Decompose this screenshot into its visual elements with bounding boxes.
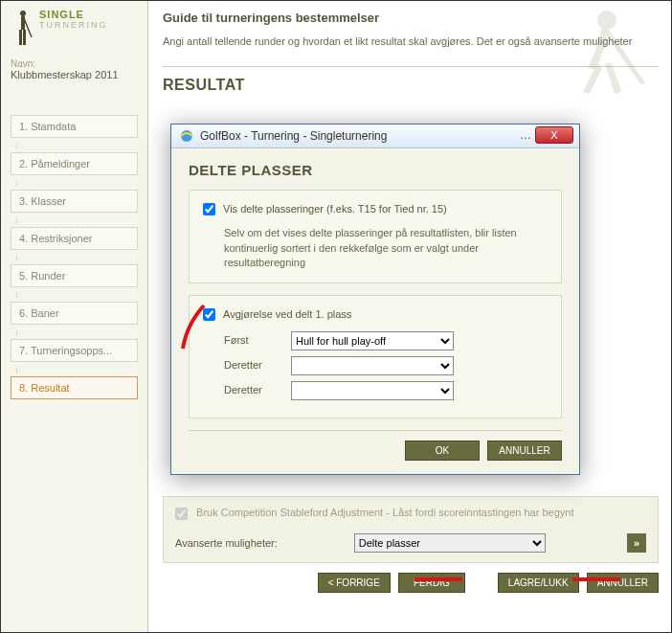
step-stamdata[interactable]: 1. Stamdata (11, 115, 138, 138)
step-arrow-icon: ↓ (11, 175, 138, 190)
golfer-logo-icon (11, 9, 34, 47)
save-close-button[interactable]: LAGRE/LUKK (498, 573, 579, 593)
page-subtitle: Angi antall tellende runder og hvordan e… (163, 34, 659, 49)
svg-rect-3 (23, 30, 26, 45)
tournament-name: Klubbmesterskap 2011 (11, 69, 138, 80)
step-arrow-icon: ↓ (11, 213, 138, 227)
first-label: Først (224, 333, 281, 348)
show-tied-note: Selv om det vises delte plasseringer på … (224, 226, 548, 270)
dialog-divider (189, 430, 562, 431)
step-baner[interactable]: 6. Baner (11, 302, 138, 325)
then2-select[interactable] (291, 381, 454, 400)
dialog-cancel-button[interactable]: ANNULLER (487, 441, 562, 461)
annotation-arrow-icon (569, 568, 636, 591)
step-restriksjoner[interactable]: 4. Restriksjoner (11, 227, 138, 250)
advanced-select[interactable]: Delte plasser (354, 533, 546, 553)
advanced-row: Avanserte muligheter: Delte plasser » (175, 533, 646, 553)
step-klasser[interactable]: 3. Klasser (11, 190, 138, 213)
step-turneringsoppsett[interactable]: 7. Turneringsopps... (11, 339, 138, 362)
sidebar: SINGLE TURNERING Navn: Klubbmesterskap 2… (1, 1, 148, 633)
dialog-heading: DELTE PLASSER (189, 162, 562, 178)
tiebreak-label: Avgjørelse ved delt 1. plass (223, 307, 351, 322)
name-label: Navn: (11, 58, 138, 69)
step-arrow-icon: ↓ (11, 250, 138, 264)
annotation-arrow-icon (175, 296, 223, 353)
tiebreak-box: Avgjørelse ved delt 1. plass Først Hull … (189, 295, 562, 418)
first-select[interactable]: Hull for hull play-off (291, 331, 454, 350)
dialog-close-button[interactable]: X (535, 126, 573, 144)
bottom-panel: Bruk Competition Stableford Adjustment -… (163, 496, 659, 563)
dialog-ok-button[interactable]: OK (405, 441, 480, 461)
svg-rect-2 (19, 30, 22, 45)
step-arrow-icon: ↓ (11, 325, 138, 339)
svg-point-6 (181, 130, 192, 142)
svg-point-0 (20, 11, 26, 16)
dialog-titlebar[interactable]: GolfBox - Turnering - Singleturnering … … (171, 124, 579, 148)
dialog-delte-plasser: GolfBox - Turnering - Singleturnering … … (170, 124, 580, 475)
show-tied-checkbox[interactable] (203, 203, 215, 215)
show-tied-box: Vis delte plasseringer (f.eks. T15 for T… (189, 190, 562, 283)
page-title: Guide til turneringens bestemmelser (163, 11, 659, 25)
stableford-checkbox (175, 508, 188, 520)
then2-label: Deretter (224, 383, 281, 397)
show-tied-label: Vis delte plasseringer (f.eks. T15 for T… (223, 202, 447, 216)
then1-label: Deretter (224, 358, 281, 373)
stableford-locked-note: - Låst fordi scoreinntastingen har begyn… (383, 507, 573, 518)
ie-icon (179, 128, 194, 144)
step-arrow-icon: ↓ (11, 287, 138, 302)
step-arrow-icon: ↓ (11, 362, 138, 376)
step-resultat[interactable]: 8. Resultat (11, 376, 138, 399)
logo-text-sub: TURNERING (39, 20, 108, 30)
step-pameldinger[interactable]: 2. Påmeldinger (11, 152, 138, 175)
advanced-go-button[interactable]: » (627, 533, 646, 553)
logo: SINGLE TURNERING (11, 9, 138, 47)
dialog-title-text: GolfBox - Turnering - Singleturnering (200, 129, 387, 143)
dialog-minimize-icon[interactable]: … (520, 128, 531, 142)
advanced-label: Avanserte muligheter: (175, 537, 278, 549)
stableford-row: Bruk Competition Stableford Adjustment -… (175, 507, 646, 520)
logo-text-main: SINGLE (39, 9, 108, 20)
step-arrow-icon: ↓ (11, 138, 138, 152)
prev-button[interactable]: < FORRIGE (318, 573, 391, 593)
then1-select[interactable] (291, 356, 454, 375)
wizard-steps: 1. Stamdata ↓ 2. Påmeldinger ↓ 3. Klasse… (11, 115, 138, 399)
stableford-label: Bruk Competition Stableford Adjustment (196, 507, 383, 518)
annotation-arrow-icon (411, 568, 478, 591)
step-runder[interactable]: 5. Runder (11, 264, 138, 287)
